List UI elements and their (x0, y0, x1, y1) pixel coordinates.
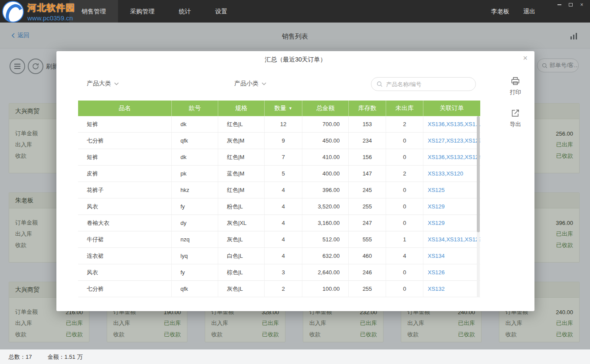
table-cell: 红色|M (218, 182, 265, 198)
related-orders-link[interactable]: XS125 (423, 182, 480, 198)
related-orders-link[interactable]: XS134 (423, 248, 480, 264)
status-amount: 金额：1.51 万 (47, 353, 82, 361)
print-button[interactable]: 打印 (510, 76, 521, 96)
table-scrollbar (477, 116, 480, 297)
table-cell: hkz (172, 182, 218, 198)
table-cell: 0 (386, 215, 423, 231)
column-header[interactable]: 款号 (172, 101, 218, 116)
table-cell: 风衣 (78, 198, 172, 214)
column-header[interactable]: 总金额 (302, 101, 349, 116)
export-icon (510, 108, 521, 118)
table-cell: 蓝色|M (218, 166, 265, 182)
table-cell: 4 (265, 215, 302, 231)
chevron-down-icon (262, 82, 266, 85)
column-header[interactable]: 品名 (78, 101, 172, 116)
table-cell: 5 (265, 166, 302, 182)
table-cell: 灰色|L (218, 231, 265, 247)
related-orders-link[interactable]: XS136,XS135,XS1… (423, 116, 480, 132)
table-cell: 396.00 (302, 182, 349, 198)
watermark-url: www.pc0359.cn (27, 14, 75, 22)
table-cell: 短裤 (78, 116, 172, 132)
scrollbar-thumb[interactable] (477, 116, 480, 232)
status-total: 总数：17 (9, 353, 32, 361)
table-cell: 风衣 (78, 264, 172, 280)
chevron-down-icon (114, 82, 119, 85)
table-cell: nzq (172, 231, 218, 247)
nav-item[interactable]: 设置 (203, 0, 239, 23)
table-cell: 512.00 (302, 231, 349, 247)
table-cell: 4 (265, 231, 302, 247)
table-cell: 花裤子 (78, 182, 172, 198)
related-orders-link[interactable]: XS126 (423, 264, 480, 280)
modal-close-button[interactable]: × (523, 54, 528, 62)
summary-table-header: 品名款号规格数量▼总金额库存数未出库关联订单 (78, 101, 480, 116)
titlebar: 销售管理采购管理统计设置 李老板 退出 × (0, 0, 590, 23)
column-header[interactable]: 规格 (218, 101, 265, 116)
logout-button[interactable]: 退出 (516, 0, 542, 23)
table-cell: 450.00 (302, 133, 349, 149)
table-cell: 短裤 (78, 149, 172, 165)
table-cell: 410.00 (302, 149, 349, 165)
table-row: 短裤dk红色|M7410.001560XS136,XS132,XS124… (78, 149, 480, 166)
maximize-button[interactable] (566, 1, 575, 8)
nav-item[interactable]: 统计 (167, 0, 203, 23)
table-cell: 555 (349, 231, 386, 247)
column-header[interactable]: 数量▼ (265, 101, 302, 116)
maximize-icon (569, 3, 573, 6)
table-cell: 4 (265, 182, 302, 198)
filter-product-category-major[interactable]: 产品大类 (87, 80, 119, 88)
printer-icon (510, 76, 521, 86)
table-cell: qfk (172, 281, 218, 297)
nav-menu: 销售管理采购管理统计设置 (69, 0, 239, 23)
table-cell: 4 (265, 198, 302, 214)
table-cell: 七分裤 (78, 133, 172, 149)
table-row: 皮裤pk蓝色|M5400.001472XS133,XS120 (78, 166, 480, 182)
window-controls: × (554, 1, 587, 8)
nav-item[interactable]: 销售管理 (69, 0, 118, 23)
app-window: 大兴商贸订单金额出入库收款订单金额256.00出入库已出库收款已收款朱老板订单金… (0, 0, 590, 364)
filter-product-category-minor[interactable]: 产品小类 (234, 80, 266, 88)
nav-item[interactable]: 采购管理 (118, 0, 167, 23)
table-row: 短裤dk红色|L12700.001532XS136,XS135,XS1… (78, 116, 480, 133)
table-cell: 700.00 (302, 116, 349, 132)
related-orders-link[interactable]: XS129 (423, 215, 480, 231)
related-orders-link[interactable]: XS132 (423, 281, 480, 297)
export-button[interactable]: 导出 (510, 108, 521, 128)
column-header[interactable]: 库存数 (349, 101, 386, 116)
table-cell: fy (172, 264, 218, 280)
table-row: 卷袖大衣dy灰色|XL43,160.002470XS129 (78, 215, 480, 231)
table-cell: 灰色|L (218, 281, 265, 297)
table-cell: 7 (265, 149, 302, 165)
related-orders-link[interactable]: XS136,XS132,XS124… (423, 149, 480, 165)
product-search-input[interactable] (386, 81, 470, 88)
table-cell: 0 (386, 182, 423, 198)
table-cell: 皮裤 (78, 166, 172, 182)
table-row: 牛仔裙nzq灰色|L4512.005551XS134,XS131,XS122… (78, 231, 480, 248)
modal-actions: 打印 导出 (502, 76, 528, 128)
table-row: 七分裤qfk灰色|M9450.002340XS127,XS123,XS122… (78, 133, 480, 149)
table-cell: 247 (349, 215, 386, 231)
related-orders-link[interactable]: XS133,XS120 (423, 166, 480, 182)
table-cell: dy (172, 215, 218, 231)
table-cell: 255 (349, 281, 386, 297)
table-cell: 156 (349, 149, 386, 165)
close-window-button[interactable]: × (577, 1, 587, 8)
close-icon: × (580, 2, 583, 7)
table-cell: 灰色|M (218, 133, 265, 149)
related-orders-link[interactable]: XS134,XS131,XS122… (423, 231, 480, 247)
table-cell: 234 (349, 133, 386, 149)
column-header[interactable]: 关联订单 (423, 101, 480, 116)
column-header[interactable]: 未出库 (386, 101, 423, 116)
table-cell: 红色|L (218, 116, 265, 132)
table-cell: 9 (265, 133, 302, 149)
minimize-button[interactable] (554, 1, 564, 8)
table-row: 花裤子hkz红色|M4396.002450XS125 (78, 182, 480, 198)
related-orders-link[interactable]: XS127,XS123,XS122… (423, 133, 480, 149)
table-cell: 3,520.00 (302, 198, 349, 214)
user-menu[interactable]: 李老板 (484, 0, 516, 23)
related-orders-link[interactable]: XS129 (423, 198, 480, 214)
table-row: 连衣裙lyq白色|L4632.004604XS134 (78, 248, 480, 264)
table-cell: 246 (349, 264, 386, 280)
sort-desc-icon[interactable]: ▼ (288, 106, 292, 110)
table-cell: 灰色|XL (218, 215, 265, 231)
